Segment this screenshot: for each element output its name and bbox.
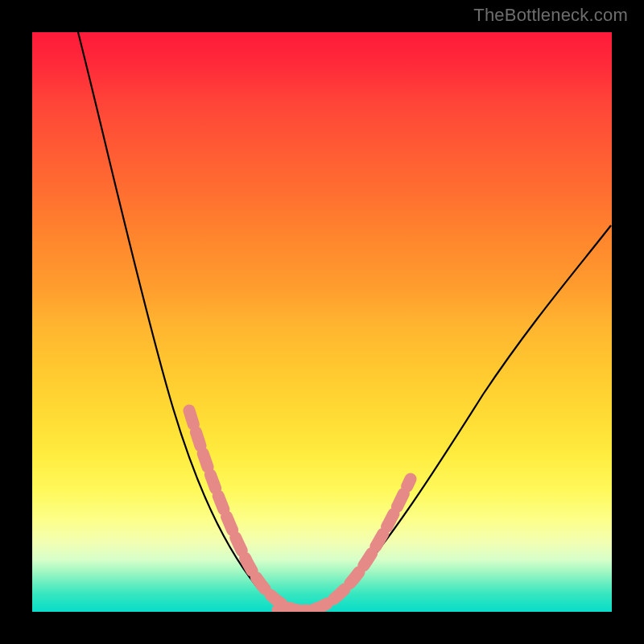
plot-area (32, 32, 612, 612)
highlight-left-segment (189, 411, 298, 610)
chart-frame: TheBottleneck.com (0, 0, 644, 644)
bottleneck-curve (78, 32, 611, 611)
watermark-text: TheBottleneck.com (473, 5, 628, 26)
curve-svg (32, 32, 612, 612)
highlight-right-segment (314, 479, 411, 609)
